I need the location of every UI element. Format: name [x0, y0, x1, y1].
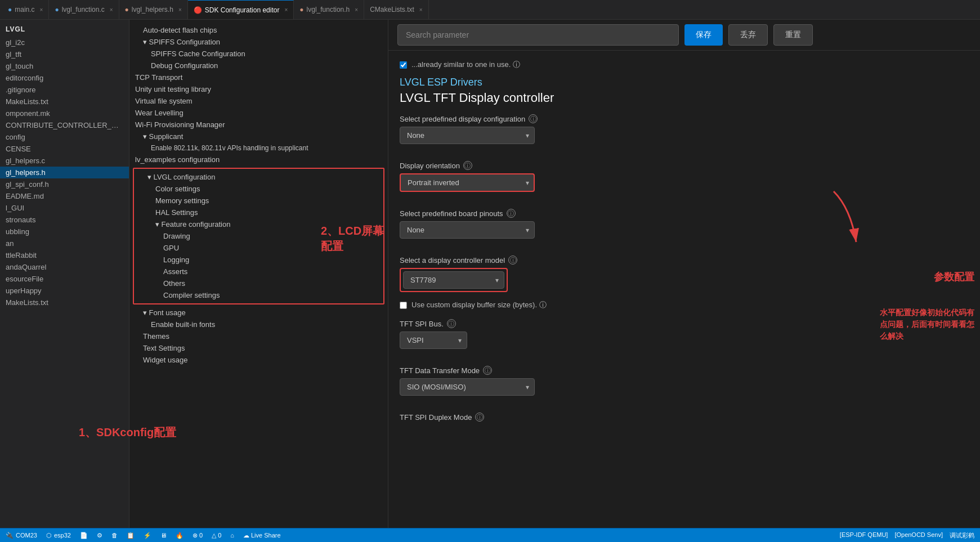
discard-button[interactable]: 丢弃	[728, 24, 768, 46]
tree-item-debug-config[interactable]: Debug Configuration	[129, 60, 388, 71]
sidebar-item-gitignore[interactable]: .gitignore	[0, 84, 129, 96]
tree-item-wear[interactable]: Wear Levelling	[129, 107, 388, 119]
sidebar-item-ubbling[interactable]: ubbling	[0, 226, 129, 238]
status-port[interactable]: 🔌 COM23	[6, 532, 37, 539]
tree-item-builtin-fonts[interactable]: Enable built-in fonts	[129, 319, 388, 330]
field1-select[interactable]: None ILI9341 ST7789 SSD1306	[400, 127, 535, 144]
tree-item-unity[interactable]: Unity unit testing library	[129, 83, 388, 95]
tree-item-vfs[interactable]: Virtual file system	[129, 95, 388, 107]
tree-item-tcp[interactable]: TCP Transport	[129, 71, 388, 83]
tree-item-widget-usage[interactable]: Widget usage	[129, 354, 388, 366]
sidebar-item-contribute[interactable]: CONTRIBUTE_CONTROLLER_SUPP...	[0, 119, 129, 131]
field4-select[interactable]: ST7789 ILI9341 SSD1306 HX8357	[403, 271, 504, 289]
status-bar: 🔌 COM23 ⬡ esp32 📄 ⚙ 🗑 📋 ⚡ 🖥 🔥 ⊗ 0 △ 0 ⌂ …	[0, 528, 980, 542]
tree-item-logging[interactable]: Logging	[134, 254, 383, 266]
tree-item-compiler-settings[interactable]: Compiler settings	[134, 289, 383, 301]
tree-item-spiffs-cache[interactable]: SPIFFS Cache Configuration	[129, 48, 388, 60]
sidebar-item-l-gui[interactable]: l_GUI	[0, 202, 129, 214]
sidebar-item-gl-helpers-c[interactable]: gl_helpers.c	[0, 155, 129, 167]
tab-sdk-config[interactable]: 🔴 SDK Configuration editor ×	[188, 0, 294, 20]
tree-item-feature-config[interactable]: ▾ Feature configuration	[134, 218, 383, 230]
tree-item-lvgl-config[interactable]: ▾ LVGL configuration	[134, 171, 383, 183]
tree-item-others[interactable]: Others	[134, 277, 383, 289]
tree-item-drawing[interactable]: Drawing	[134, 230, 383, 242]
sidebar-item-gl-tft[interactable]: gl_tft	[0, 48, 129, 60]
tab-lvgl-function-h[interactable]: ● lvgl_function.h ×	[294, 0, 364, 20]
status-device[interactable]: ⬡ esp32	[46, 532, 71, 539]
tab-cmakelists[interactable]: CMakeLists.txt ×	[364, 0, 429, 20]
sidebar: LVGL gl_i2c gl_tft gl_touch editorconfig…	[0, 20, 129, 528]
field1-label: Select predefined display configuration …	[400, 114, 969, 123]
tree-item-text-settings[interactable]: Text Settings	[129, 342, 388, 354]
sidebar-item-gl-spi-conf[interactable]: gl_spi_conf.h	[0, 178, 129, 190]
tree-item-spiffs[interactable]: ▾ SPIFFS Configuration	[129, 36, 388, 48]
status-liveshare[interactable]: ☁ Live Share	[243, 532, 281, 539]
section-title-large: LVGL TFT Display controller	[400, 91, 969, 105]
field2-select[interactable]: Landscape Landscape inverted Portrait Po…	[400, 173, 535, 192]
field3-select[interactable]: None ESP-WROVER-KIT v4.1 M5Stack	[400, 221, 535, 239]
status-right-items: [ESP-IDF QEMU] [OpenOCD Senv] 调试彩鹤	[840, 531, 974, 540]
sidebar-item-ttlerabbit[interactable]: ttleRabbit	[0, 249, 129, 261]
status-gear[interactable]: ⚙	[97, 532, 102, 539]
sidebar-item-gl-touch[interactable]: gl_touch	[0, 60, 129, 72]
status-trash[interactable]: 🗑	[111, 532, 118, 539]
sidebar-item-editorconfig[interactable]: editorconfig	[0, 72, 129, 84]
status-fire[interactable]: 🔥	[176, 532, 184, 539]
field6-info-icon[interactable]: ⓘ	[483, 366, 492, 375]
tab-close-lvgl-function-c[interactable]: ×	[110, 7, 113, 13]
status-file-icon[interactable]: 📄	[80, 532, 88, 539]
sidebar-item-config[interactable]: config	[0, 131, 129, 143]
tab-close-main-c[interactable]: ×	[40, 7, 43, 13]
sidebar-item-omponent[interactable]: omponent.mk	[0, 107, 129, 119]
sidebar-item-makelists2[interactable]: MakeLists.txt	[0, 297, 129, 308]
sidebar-item-stronauts[interactable]: stronauts	[0, 214, 129, 226]
tree-item-lv-examples[interactable]: lv_examples configuration	[129, 154, 388, 165]
tree-item-asserts[interactable]: Asserts	[134, 266, 383, 277]
field5-info-icon[interactable]: ⓘ	[447, 319, 456, 328]
field7-info-icon[interactable]: ⓘ	[475, 413, 484, 422]
status-esp-idf: [ESP-IDF QEMU]	[840, 531, 888, 540]
save-button[interactable]: 保存	[684, 24, 723, 46]
status-home[interactable]: ⌂	[230, 532, 234, 539]
tree-item-gpu[interactable]: GPU	[134, 242, 383, 254]
field4-info-icon[interactable]: ⓘ	[508, 256, 517, 265]
tree-item-autodetect[interactable]: Auto-detect flash chips	[129, 24, 388, 36]
status-flash[interactable]: ⚡	[144, 532, 151, 539]
reset-button[interactable]: 重置	[773, 24, 813, 46]
tab-lvgl-function-c[interactable]: ● lvgl_function.c ×	[49, 0, 119, 20]
tab-main-c[interactable]: ● main.c ×	[2, 0, 49, 20]
tab-lvgl-helpers-h[interactable]: ● lvgl_helpers.h ×	[119, 0, 188, 20]
tab-close-sdk[interactable]: ×	[284, 7, 288, 13]
checkbox-buffer[interactable]	[400, 302, 407, 309]
status-monitor[interactable]: 🖥	[160, 532, 167, 539]
sidebar-item-resourcefile[interactable]: esourceFile	[0, 273, 129, 285]
field2-info-icon[interactable]: ⓘ	[463, 161, 472, 170]
sidebar-item-superhappy[interactable]: uperHappy	[0, 285, 129, 297]
sidebar-item-an[interactable]: an	[0, 238, 129, 249]
tree-item-supplicant[interactable]: ▾ Supplicant	[129, 131, 388, 142]
checkbox-top[interactable]	[400, 61, 407, 69]
field1-info-icon[interactable]: ⓘ	[529, 114, 538, 123]
tree-item-enable-8021[interactable]: Enable 802.11k, 802.11v APIs handling in…	[129, 142, 388, 154]
tab-close-lvgl-function-h[interactable]: ×	[355, 7, 358, 13]
tree-item-hal-settings[interactable]: HAL Settings	[134, 207, 383, 218]
sidebar-item-andaquarrel[interactable]: andaQuarrel	[0, 261, 129, 273]
field5-select[interactable]: VSPI HSPI	[400, 332, 467, 349]
checkbox-top-label: ...already similar to one in use. ⓘ	[411, 60, 520, 70]
tree-item-memory-settings[interactable]: Memory settings	[134, 195, 383, 207]
sidebar-item-gl-i2c[interactable]: gl_i2c	[0, 37, 129, 48]
tab-close-lvgl-helpers-h[interactable]: ×	[178, 7, 182, 13]
field3-info-icon[interactable]: ⓘ	[507, 209, 516, 218]
tree-item-themes[interactable]: Themes	[129, 330, 388, 342]
field6-select[interactable]: SIO (MOSI/MISO) DIO	[400, 378, 535, 396]
sidebar-item-readme[interactable]: EADME.md	[0, 190, 129, 202]
sidebar-item-cense[interactable]: CENSE	[0, 143, 129, 155]
tab-close-cmakelists[interactable]: ×	[419, 7, 423, 13]
tree-item-font-usage[interactable]: ▾ Font usage	[129, 307, 388, 319]
search-input[interactable]	[397, 24, 679, 46]
tree-item-wifi-prov[interactable]: Wi-Fi Provisioning Manager	[129, 119, 388, 131]
status-copy[interactable]: 📋	[127, 532, 135, 539]
sidebar-item-makelists[interactable]: MakeLists.txt	[0, 96, 129, 107]
tree-item-color-settings[interactable]: Color settings	[134, 183, 383, 195]
sidebar-item-gl-helpers-h[interactable]: gl_helpers.h	[0, 167, 129, 178]
